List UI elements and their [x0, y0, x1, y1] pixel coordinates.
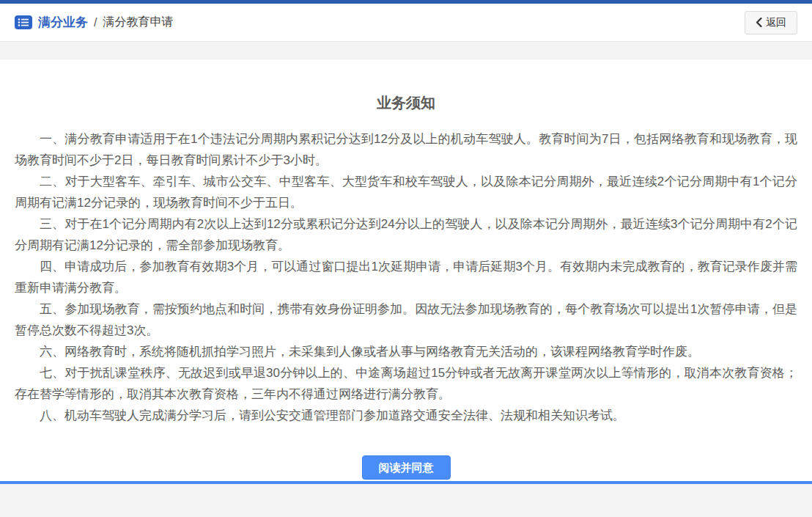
notice-body: 一、满分教育申请适用于在1个违法记分周期内累积记分达到12分及以上的机动车驾驶人… [15, 128, 797, 426]
breadcrumb-separator: / [94, 16, 97, 29]
agree-button-row: 阅读并同意 [15, 455, 797, 480]
notice-paragraph: 七、对于扰乱课堂秩序、无故迟到或早退30分钟以上的、中途离场超过15分钟或者无故… [15, 362, 797, 405]
notice-paragraph: 八、机动车驾驶人完成满分学习后，请到公安交通管理部门参加道路交通安全法律、法规和… [15, 405, 797, 426]
notice-paragraph: 三、对于在1个记分周期内有2次以上达到12分或累积记分达到24分以上的驾驶人，以… [15, 213, 797, 256]
read-and-agree-button[interactable]: 阅读并同意 [362, 455, 451, 480]
list-icon [15, 15, 32, 29]
notice-paragraph: 五、参加现场教育，需按预约地点和时间，携带有效身份证明参加。因故无法参加现场教育… [15, 298, 797, 341]
notice-paragraph: 四、申请成功后，参加教育有效期3个月，可以通过窗口提出1次延期申请，申请后延期3… [15, 256, 797, 298]
breadcrumb-root-link[interactable]: 满分业务 [38, 14, 88, 31]
app-header: 满分业务 / 满分教育申请 返回 [0, 4, 812, 42]
chevron-left-icon [756, 18, 762, 27]
notice-paragraph: 一、满分教育申请适用于在1个违法记分周期内累积记分达到12分及以上的机动车驾驶人… [15, 128, 797, 171]
notice-paragraph: 二、对于大型客车、牵引车、城市公交车、中型客车、大型货车和校车驾驶人，以及除本记… [15, 171, 797, 213]
breadcrumb: 满分业务 / 满分教育申请 [15, 14, 745, 31]
breadcrumb-current: 满分教育申请 [103, 15, 173, 30]
bottom-accent-bar [0, 481, 812, 484]
back-button[interactable]: 返回 [745, 11, 797, 34]
back-button-label: 返回 [766, 16, 786, 29]
notice-paragraph: 六、网络教育时，系统将随机抓拍学习照片，未采集到人像或者从事与网络教育无关活动的… [15, 341, 797, 362]
page-title: 业务须知 [15, 93, 797, 112]
notice-panel: 业务须知 一、满分教育申请适用于在1个违法记分周期内累积记分达到12分及以上的机… [0, 59, 812, 481]
